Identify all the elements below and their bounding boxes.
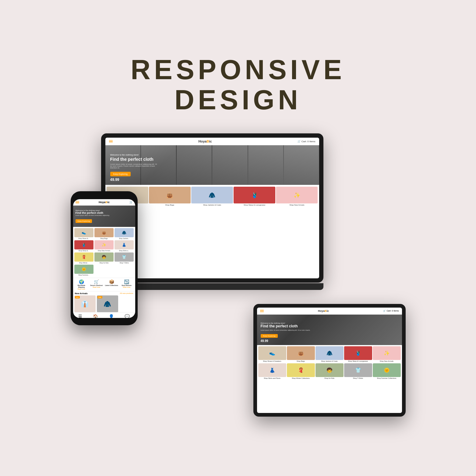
phone-cat-tshirts[interactable]: 👕 Shop T-Shirts [115, 252, 134, 264]
phone-cat-summer[interactable]: 🌞 Shop Summer... [74, 265, 93, 276]
category-label-new: Shop New Arrivals [289, 204, 304, 206]
phone-cat-winter[interactable]: 🧣 Shop Winter... [74, 252, 93, 264]
returns-link[interactable]: Read more [123, 286, 130, 288]
phone-cat-thumb-tshirts: 👕 [115, 252, 134, 262]
tablet-cat-thumb-new: ✨ [373, 346, 401, 360]
laptop-hero: Welcome to the clothing store! Find the … [105, 145, 319, 185]
hero-title: Find the perfect cloth [110, 157, 159, 162]
tablet-header: HoyaBic 🛒 Cart: 0 Items [257, 308, 402, 315]
phone-hamburger[interactable] [76, 201, 79, 204]
tablet-cat-shoes[interactable]: 👟 Shop Shoes & Sneakers [258, 346, 286, 362]
phone-feature-collections: 📦 Latest Collections - [104, 279, 119, 290]
phone-cat-jackets[interactable]: 🧥 Shop Jackets... [115, 228, 134, 239]
phone-cat-label-skirts: Shop Skirts a... [119, 250, 129, 252]
category-item-bags[interactable]: 👜 Shop Bags [149, 187, 191, 206]
tablet-cat-label-summer: Shop Summer Collections [373, 377, 401, 379]
phone-cat-label-sleep: Shop Sleep &... [79, 250, 89, 252]
tablet-cat-new[interactable]: ✨ Shop New Arrivals [373, 346, 401, 362]
hero-price: 49.99 [110, 178, 119, 182]
nav-user-icon[interactable]: 👤 [109, 314, 114, 318]
phone-hero-desc: Lorem ipsum dolor sit amet consectetur a… [76, 214, 109, 216]
tablet-cat-label-sleep: Shop Sleep & Loungewear [344, 360, 372, 362]
tablet-hamburger[interactable] [260, 310, 264, 312]
hero-explore-button[interactable]: Keep Exploring [110, 172, 131, 176]
tablet-cat-thumb-bags: 👜 [287, 346, 315, 360]
phone-product-2[interactable]: 🧥 Sale [97, 295, 118, 312]
tablet-cat-tshirts[interactable]: 👕 Shop T-Shirts [344, 363, 372, 379]
phone-cat-label-shoes: Shop Shoes &... [78, 238, 89, 239]
nav-menu-icon[interactable]: ☰ [78, 314, 82, 318]
nav-chat-icon[interactable]: 💬 [125, 314, 130, 318]
returns-icon: ↩️ [124, 279, 129, 284]
tablet-cat-thumb-tshirts: 👕 [344, 363, 372, 377]
phone-cat-thumb-kids: 🧒 [94, 252, 114, 262]
phone-cat-thumb-summer: 🌞 [74, 265, 93, 274]
tablet-cat-jackets[interactable]: 🧥 Shop Jackets & Coats [316, 346, 344, 362]
tablet-cat-thumb-kids: 🧒 [316, 363, 344, 377]
tablet-cat-thumb-winter: 🧣 [287, 363, 315, 377]
phone-cat-label-bags: Shop Bags [100, 238, 108, 239]
collections-icon: 📦 [109, 279, 114, 284]
hamburger-icon[interactable] [109, 140, 113, 143]
phone-header: HoyaBic 🛒 [73, 199, 135, 206]
tablet-cat-bags[interactable]: 👜 Shop Bags [287, 346, 315, 362]
category-item-sleep[interactable]: 🩱 Shop Sleep & Loungewear [234, 187, 275, 206]
phone-cat-thumb-sleep: 🩱 [74, 240, 93, 249]
headline-title: RESPONSIVE DESIGN [131, 55, 345, 115]
phone-cat-skirts[interactable]: 👗 Shop Skirts a... [115, 240, 134, 252]
tablet-cat-thumb-shoes: 👟 [258, 346, 286, 360]
checkout-link[interactable]: Read more [93, 286, 100, 288]
phone-new-arrivals-header: New Arrivals All new products [73, 291, 135, 295]
shipping-icon: 🌍 [79, 279, 84, 284]
phone-cat-label-summer: Shop Summer... [78, 274, 89, 276]
phone-features: 🌍 Worldwide Shipping Read more 🛒 Secure … [73, 278, 135, 291]
tablet-cat-label-winter: Shop Winter Collections [287, 377, 315, 379]
tablet-cat-winter[interactable]: 🧣 Shop Winter Collections [287, 363, 315, 379]
category-thumb-sleep: 🩱 [234, 187, 275, 203]
product-1-img: 👔 Sale [74, 295, 96, 312]
phone-hero-title: Find the perfect cloth [76, 211, 109, 214]
phone-cat-sleep[interactable]: 🩱 Shop Sleep &... [74, 240, 93, 252]
collections-link: - [111, 286, 112, 288]
tablet-hero-btn[interactable]: Keep Exploring [261, 334, 278, 338]
headline-line2: DESIGN [131, 85, 345, 115]
category-thumb-jackets: 🧥 [191, 187, 233, 203]
phone-device: HoyaBic 🛒 Welcome to the clothing store!… [71, 191, 138, 325]
phone-product-1[interactable]: 👔 Sale [74, 295, 96, 312]
tablet-hero-title: Find the perfect cloth [261, 324, 310, 328]
tablet-cart[interactable]: 🛒 Cart: 0 Items [383, 310, 399, 312]
phone-feature-checkout: 🛒 Secure Checkout Read more [89, 279, 104, 290]
phone-cat-thumb-new: ✨ [94, 240, 114, 249]
phone-cat-kids[interactable]: 🧒 Shop for Kids [94, 252, 114, 264]
tablet-cat-sleep[interactable]: 🩱 Shop Sleep & Loungewear [344, 346, 372, 362]
headline-line1: RESPONSIVE [131, 55, 345, 85]
tablet-cat-label-jackets: Shop Jackets & Coats [316, 360, 344, 362]
category-label-sleep: Shop Sleep & Loungewear [244, 204, 265, 206]
phone-cat-new[interactable]: ✨ Shop New Arrivals [94, 240, 114, 252]
tablet-cat-summer[interactable]: 🌞 Shop Summer Collections [373, 363, 401, 379]
phone-cart-icon[interactable]: 🛒 [129, 201, 133, 204]
tablet-cat-label-kids: Shop for Kids [316, 377, 344, 379]
phone-hero-btn[interactable]: Keep Exploring [76, 219, 92, 223]
tablet-cat-kids[interactable]: 🧒 Shop for Kids [316, 363, 344, 379]
hero-subtitle: Welcome to the clothing store! [110, 154, 159, 156]
tablet-device: HoyaBic 🛒 Cart: 0 Items Welcome to the c… [253, 304, 406, 417]
phone-feature-shipping: 🌍 Worldwide Shipping Read more [74, 279, 89, 290]
tablet-cat-label-tshirts: Shop T-Shirts [344, 377, 372, 379]
all-new-products-link[interactable]: All new products [120, 292, 133, 294]
phone-screen: HoyaBic 🛒 Welcome to the clothing store!… [73, 199, 135, 318]
devices-container: HoyaBic 🛒 Cart: 0 Items Welcome to the c… [71, 133, 406, 423]
phone-cat-shoes[interactable]: 👟 Shop Shoes &... [74, 228, 93, 239]
sale-badge-1: Sale [75, 296, 80, 298]
category-label-jackets: Shop Jackets & Coats [203, 204, 221, 206]
nav-home-icon[interactable]: 🏠 [93, 314, 98, 318]
category-item-new[interactable]: ✨ Shop New Arrivals [276, 187, 318, 206]
phone-bottom-nav: ☰ 🏠 👤 💬 [73, 312, 135, 318]
category-item-jackets[interactable]: 🧥 Shop Jackets & Coats [191, 187, 233, 206]
shipping-link[interactable]: Read more [78, 288, 85, 290]
phone-cat-bags[interactable]: 👜 Shop Bags [94, 228, 114, 239]
tablet-cat-skirts[interactable]: 👗 Shop Skirts and Pants [258, 363, 286, 379]
phone-cat-label-jackets: Shop Jackets... [119, 238, 129, 239]
laptop-cart[interactable]: 🛒 Cart: 0 Items [298, 140, 315, 143]
laptop-logo: HoyaBic [198, 139, 212, 143]
